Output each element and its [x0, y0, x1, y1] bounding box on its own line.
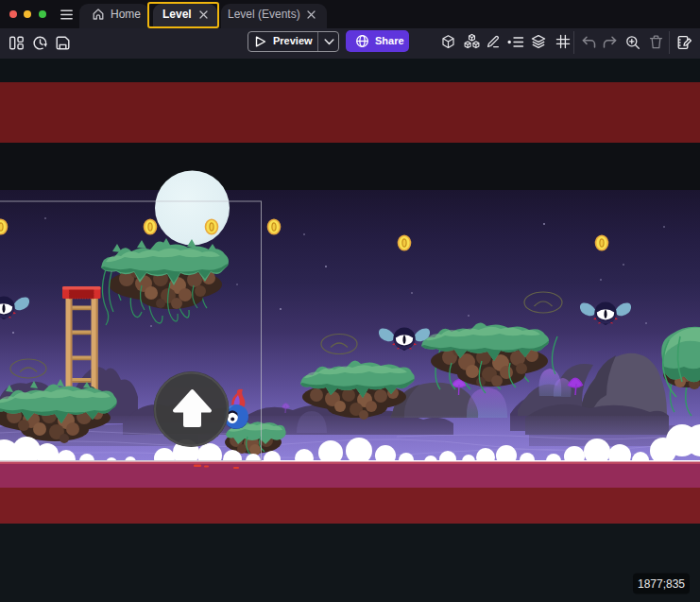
- svg-text:1877;835: 1877;835: [638, 577, 685, 591]
